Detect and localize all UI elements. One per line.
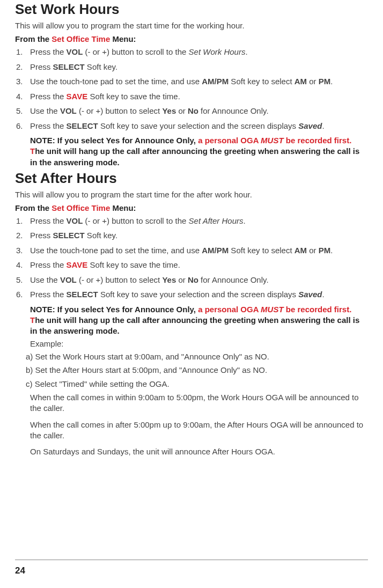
example-c: c) Select "Timed" while setting the OGA. bbox=[26, 379, 368, 389]
note-must: MUST bbox=[261, 305, 284, 314]
step-5: Use the VOL (- or +) button to select Ye… bbox=[15, 275, 368, 285]
step-1: Press the VOL (- or +) button to scroll … bbox=[15, 216, 368, 226]
text: . bbox=[322, 121, 324, 130]
menu-from-post: Menu: bbox=[110, 34, 136, 43]
note-red-1: a personal OGA bbox=[198, 305, 261, 314]
text: Soft key to select bbox=[229, 77, 294, 86]
intro-after-hours: This will allow you to program the start… bbox=[15, 190, 368, 199]
text: Soft key. bbox=[85, 62, 117, 71]
text: or bbox=[307, 246, 319, 255]
saved-label: Saved bbox=[298, 121, 322, 130]
step-4: Press the SAVE Soft key to save the time… bbox=[15, 91, 368, 102]
text: Press the bbox=[30, 92, 67, 101]
text: Use the bbox=[30, 106, 60, 115]
intro-work-hours: This will allow you to program the start… bbox=[15, 21, 368, 30]
step-1: Press the VOL (- or +) button to scroll … bbox=[15, 47, 368, 57]
text: Use the touch-tone pad to set the time, … bbox=[30, 246, 202, 255]
ampm-label: AM/PM bbox=[202, 77, 229, 86]
note-red-1: a personal OGA bbox=[198, 136, 261, 145]
steps-work-hours: Press the VOL (- or +) button to scroll … bbox=[15, 47, 368, 131]
note-work-hours: NOTE: If you select Yes for Announce Onl… bbox=[30, 135, 368, 168]
menu-from-2: From the Set Office Time Menu: bbox=[15, 203, 368, 212]
text: . bbox=[330, 77, 333, 86]
example-b: b) Set the After Hours start at 5:00pm, … bbox=[26, 365, 368, 376]
text: Press bbox=[30, 231, 53, 240]
text: Press bbox=[30, 62, 53, 71]
text: or bbox=[176, 106, 188, 115]
text: . bbox=[322, 290, 324, 299]
text: (- or +) button to scroll to the bbox=[83, 47, 188, 56]
note-suffix: he unit will hang up the call after anno… bbox=[30, 315, 359, 335]
save-label: SAVE bbox=[67, 260, 88, 269]
no-label: No bbox=[188, 106, 198, 115]
note-after-hours: NOTE: If you select Yes for Announce Onl… bbox=[30, 304, 368, 337]
menu-from-pre: From the bbox=[15, 34, 51, 43]
text: Use the touch-tone pad to set the time, … bbox=[30, 77, 202, 86]
text: Press the bbox=[30, 216, 67, 225]
select-label: SELECT bbox=[67, 121, 98, 130]
menu-from-1: From the Set Office Time Menu: bbox=[15, 34, 368, 43]
note-prefix: NOTE: If you select Yes for Announce Onl… bbox=[30, 305, 198, 314]
heading-set-after-hours: Set After Hours bbox=[15, 170, 368, 187]
text: (- or +) button to select bbox=[77, 106, 163, 115]
vol-label: VOL bbox=[67, 216, 83, 225]
select-label: SELECT bbox=[67, 290, 98, 299]
text: . bbox=[330, 246, 333, 255]
pm-label: PM bbox=[319, 77, 331, 86]
text: . bbox=[244, 216, 246, 225]
step-3: Use the touch-tone pad to set the time, … bbox=[15, 245, 368, 256]
no-label: No bbox=[188, 275, 198, 284]
text: Soft key to save your selection and the … bbox=[98, 290, 299, 299]
footer-divider bbox=[15, 560, 368, 560]
text: Press the bbox=[30, 121, 67, 130]
example-a: a) Set the Work Hours start at 9:00am, a… bbox=[26, 351, 368, 362]
target-label: Set After Hours bbox=[189, 216, 244, 225]
saved-label: Saved bbox=[298, 290, 322, 299]
menu-from-pre: From the bbox=[15, 203, 51, 212]
text: for Announce Only. bbox=[198, 275, 269, 284]
page-number: 24 bbox=[15, 565, 25, 576]
text: (- or +) button to scroll to the bbox=[83, 216, 188, 225]
text: or bbox=[176, 275, 188, 284]
text: Soft key to save the time. bbox=[87, 260, 180, 269]
step-3: Use the touch-tone pad to set the time, … bbox=[15, 76, 368, 87]
step-4: Press the SAVE Soft key to save the time… bbox=[15, 260, 368, 270]
heading-set-work-hours: Set Work Hours bbox=[15, 1, 368, 18]
step-5: Use the VOL (- or +) button to select Ye… bbox=[15, 106, 368, 116]
note-prefix: NOTE: If you select Yes for Announce Onl… bbox=[30, 136, 198, 145]
note-suffix: he unit will hang up the call after anno… bbox=[30, 146, 359, 166]
menu-from-post: Menu: bbox=[110, 203, 136, 212]
pm-label: PM bbox=[319, 246, 331, 255]
select-label: SELECT bbox=[53, 231, 85, 240]
yes-label: Yes bbox=[162, 275, 176, 284]
target-label: Set Work Hours bbox=[189, 47, 246, 56]
step-2: Press SELECT Soft key. bbox=[15, 62, 368, 72]
vol-label: VOL bbox=[60, 275, 77, 284]
text: Soft key. bbox=[85, 231, 117, 240]
example-para-2: When the call comes in after 5:00pm up t… bbox=[30, 420, 368, 442]
text: Press the bbox=[30, 47, 67, 56]
vol-label: VOL bbox=[60, 106, 77, 115]
ampm-label: AM/PM bbox=[202, 246, 229, 255]
select-label: SELECT bbox=[53, 62, 85, 71]
text: Use the bbox=[30, 275, 60, 284]
vol-label: VOL bbox=[67, 47, 83, 56]
menu-from-red: Set Office Time bbox=[51, 34, 110, 43]
text: Press the bbox=[30, 290, 67, 299]
text: for Announce Only. bbox=[198, 106, 269, 115]
step-2: Press SELECT Soft key. bbox=[15, 230, 368, 241]
example-para-1: When the call comes in within 9:00am to … bbox=[30, 392, 368, 414]
text: or bbox=[307, 77, 319, 86]
example-label: Example: bbox=[30, 339, 368, 348]
yes-label: Yes bbox=[162, 106, 176, 115]
save-label: SAVE bbox=[67, 92, 88, 101]
text: (- or +) button to select bbox=[77, 275, 163, 284]
steps-after-hours: Press the VOL (- or +) button to scroll … bbox=[15, 216, 368, 300]
text: . bbox=[245, 47, 247, 56]
am-label: AM bbox=[294, 77, 307, 86]
menu-from-red: Set Office Time bbox=[51, 203, 110, 212]
am-label: AM bbox=[294, 246, 307, 255]
text: Press the bbox=[30, 260, 67, 269]
note-must: MUST bbox=[261, 136, 284, 145]
text: Soft key to save the time. bbox=[87, 92, 180, 101]
